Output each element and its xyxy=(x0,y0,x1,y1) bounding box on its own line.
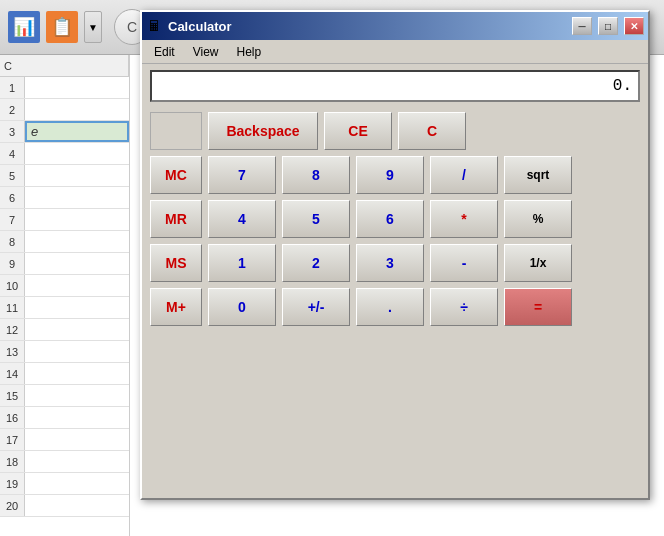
row-num-10: 10 xyxy=(0,275,25,296)
button-row-2: MR 4 5 6 * % xyxy=(150,200,640,238)
6-button[interactable]: 6 xyxy=(356,200,424,238)
5-button[interactable]: 5 xyxy=(282,200,350,238)
restore-button[interactable]: □ xyxy=(598,17,618,35)
button-row-1: MC 7 8 9 / sqrt xyxy=(150,156,640,194)
cell-20c[interactable] xyxy=(25,495,129,516)
row-num-12: 12 xyxy=(0,319,25,340)
row-num-3: 3 xyxy=(0,121,25,142)
cell-15c[interactable] xyxy=(25,385,129,406)
cell-row-9[interactable]: 9 xyxy=(0,253,129,275)
cell-row-8[interactable]: 8 xyxy=(0,231,129,253)
row-num-7: 7 xyxy=(0,209,25,230)
sqrt-button[interactable]: sqrt xyxy=(504,156,572,194)
cell-row-20[interactable]: 20 xyxy=(0,495,129,517)
mc-button[interactable]: MC xyxy=(150,156,202,194)
row-num-6: 6 xyxy=(0,187,25,208)
4-button[interactable]: 4 xyxy=(208,200,276,238)
8-button[interactable]: 8 xyxy=(282,156,350,194)
cell-row-15[interactable]: 15 xyxy=(0,385,129,407)
cell-row-14[interactable]: 14 xyxy=(0,363,129,385)
cell-8c[interactable] xyxy=(25,231,129,252)
row-num-15: 15 xyxy=(0,385,25,406)
cell-row-10[interactable]: 10 xyxy=(0,275,129,297)
calculator-menubar: Edit View Help xyxy=(142,40,648,64)
cell-row-7[interactable]: 7 xyxy=(0,209,129,231)
row-num-18: 18 xyxy=(0,451,25,472)
divide-button[interactable]: / xyxy=(430,156,498,194)
row-num-19: 19 xyxy=(0,473,25,494)
cell-5c[interactable] xyxy=(25,165,129,186)
toolbar-dropdown[interactable]: ▼ xyxy=(84,11,102,43)
row-num-1: 1 xyxy=(0,77,25,98)
7-button[interactable]: 7 xyxy=(208,156,276,194)
cell-3c[interactable]: e xyxy=(25,121,129,142)
cell-10c[interactable] xyxy=(25,275,129,296)
equals-button[interactable]: = xyxy=(504,288,572,326)
cell-2c[interactable] xyxy=(25,99,129,120)
cell-row-16[interactable]: 16 xyxy=(0,407,129,429)
sign-button[interactable]: +/- xyxy=(282,288,350,326)
backspace-button[interactable]: Backspace xyxy=(208,112,318,150)
cell-11c[interactable] xyxy=(25,297,129,318)
menu-help[interactable]: Help xyxy=(228,43,269,61)
add-button[interactable]: ÷ xyxy=(430,288,498,326)
cell-6c[interactable] xyxy=(25,187,129,208)
cell-row-5[interactable]: 5 xyxy=(0,165,129,187)
cell-18c[interactable] xyxy=(25,451,129,472)
0-button[interactable]: 0 xyxy=(208,288,276,326)
cell-row-18[interactable]: 18 xyxy=(0,451,129,473)
close-button[interactable]: ✕ xyxy=(624,17,644,35)
cell-row-3[interactable]: 3 e xyxy=(0,121,129,143)
mr-button[interactable]: MR xyxy=(150,200,202,238)
cell-row-19[interactable]: 19 xyxy=(0,473,129,495)
multiply-button[interactable]: * xyxy=(430,200,498,238)
subtract-button[interactable]: - xyxy=(430,244,498,282)
button-row-4: M+ 0 +/- . ÷ = xyxy=(150,288,640,326)
mplus-button[interactable]: M+ xyxy=(150,288,202,326)
ms-button[interactable]: MS xyxy=(150,244,202,282)
cell-row-12[interactable]: 12 xyxy=(0,319,129,341)
cell-row-2[interactable]: 2 xyxy=(0,99,129,121)
menu-edit[interactable]: Edit xyxy=(146,43,183,61)
3-button[interactable]: 3 xyxy=(356,244,424,282)
cell-16c[interactable] xyxy=(25,407,129,428)
cell-row-6[interactable]: 6 xyxy=(0,187,129,209)
row-num-2: 2 xyxy=(0,99,25,120)
cell-19c[interactable] xyxy=(25,473,129,494)
cell-row-1[interactable]: 1 xyxy=(0,77,129,99)
cell-9c[interactable] xyxy=(25,253,129,274)
cell-7c[interactable] xyxy=(25,209,129,230)
decimal-button[interactable]: . xyxy=(356,288,424,326)
menu-view[interactable]: View xyxy=(185,43,227,61)
display-value: 0. xyxy=(613,77,632,95)
cell-row-11[interactable]: 11 xyxy=(0,297,129,319)
excel-icon-2: 📋 xyxy=(46,11,78,43)
row-num-17: 17 xyxy=(0,429,25,450)
1-button[interactable]: 1 xyxy=(208,244,276,282)
2-button[interactable]: 2 xyxy=(282,244,350,282)
cell-1c[interactable] xyxy=(25,77,129,98)
row-num-14: 14 xyxy=(0,363,25,384)
row-num-9: 9 xyxy=(0,253,25,274)
ce-button[interactable]: CE xyxy=(324,112,392,150)
calculator-title: Calculator xyxy=(168,19,566,34)
row-num-20: 20 xyxy=(0,495,25,516)
calculator-app-icon: 🖩 xyxy=(146,18,162,34)
row-num-5: 5 xyxy=(0,165,25,186)
minimize-button[interactable]: ─ xyxy=(572,17,592,35)
9-button[interactable]: 9 xyxy=(356,156,424,194)
cell-14c[interactable] xyxy=(25,363,129,384)
cell-row-17[interactable]: 17 xyxy=(0,429,129,451)
button-row-3: MS 1 2 3 - 1/x xyxy=(150,244,640,282)
percent-button[interactable]: % xyxy=(504,200,572,238)
cell-12c[interactable] xyxy=(25,319,129,340)
cell-row-13[interactable]: 13 xyxy=(0,341,129,363)
cell-row-4[interactable]: 4 xyxy=(0,143,129,165)
c-button[interactable]: C xyxy=(398,112,466,150)
cell-4c[interactable] xyxy=(25,143,129,164)
cell-13c[interactable] xyxy=(25,341,129,362)
row-num-11: 11 xyxy=(0,297,25,318)
cell-17c[interactable] xyxy=(25,429,129,450)
inverse-button[interactable]: 1/x xyxy=(504,244,572,282)
calculator-buttons: Backspace CE C MC 7 8 9 / sqrt MR 4 5 6 … xyxy=(142,108,648,336)
